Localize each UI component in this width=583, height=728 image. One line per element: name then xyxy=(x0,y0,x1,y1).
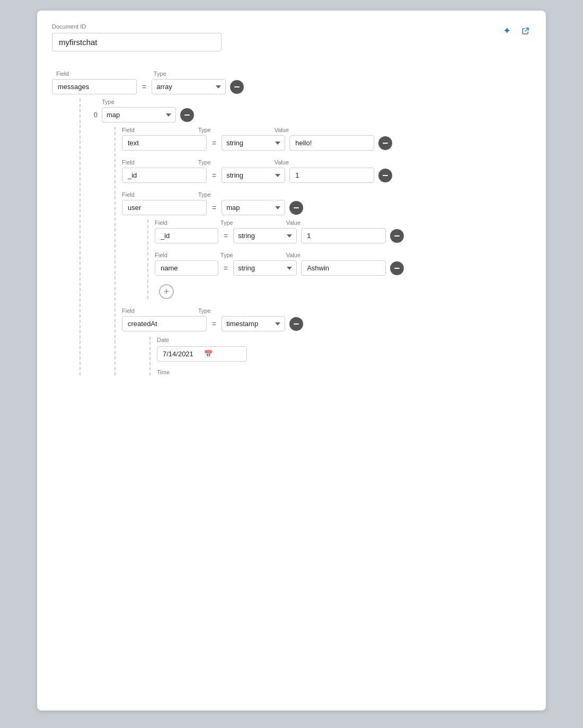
text-remove-button[interactable] xyxy=(378,136,392,150)
messages-type-select[interactable]: array string map number timestamp xyxy=(152,79,226,94)
user-remove-button[interactable] xyxy=(289,201,303,215)
user-name-remove-button[interactable] xyxy=(390,261,404,275)
createdAt-row: = timestamp string number map array xyxy=(122,316,531,331)
external-link-icon[interactable] xyxy=(518,23,533,38)
type-label-text: Type xyxy=(198,127,211,133)
user-name-type-select[interactable]: string number map array timestamp xyxy=(233,260,297,276)
type-col-label: Type xyxy=(154,71,166,77)
date-label: Date xyxy=(157,337,531,343)
messages-field-input[interactable] xyxy=(52,79,137,94)
timestamp-block: Date 7/14/2021 📅 Time xyxy=(149,337,531,375)
array-item-0-type-select[interactable]: map string number array timestamp xyxy=(102,107,176,122)
user-id-value-input[interactable] xyxy=(301,228,386,243)
text-row: = string number map array timestamp xyxy=(122,135,531,151)
user-map-add-button[interactable]: + xyxy=(159,284,174,299)
doc-id-label: Document ID xyxy=(52,23,531,30)
field-label-createdAt: Field xyxy=(122,308,135,314)
time-label: Time xyxy=(157,369,531,375)
user-id-type-select[interactable]: string number map array timestamp xyxy=(233,228,297,243)
id-row: = string number map array timestamp xyxy=(122,168,531,183)
user-map-fields: Field Type Value = string number m xyxy=(147,220,531,299)
createdAt-field-input[interactable] xyxy=(122,316,207,331)
type-col-label-nested: Type xyxy=(102,99,114,105)
createdAt-field-group: Field Type = timestamp string number map… xyxy=(122,308,531,375)
user-field-input[interactable] xyxy=(122,200,207,215)
text-field-input[interactable] xyxy=(122,135,207,151)
array-index-0: 0 xyxy=(87,111,98,119)
user-id-field-input[interactable] xyxy=(155,228,218,243)
map-fields-section: Field Type Value = string number map arr… xyxy=(114,127,531,375)
sparkle-icon[interactable]: ✦ xyxy=(499,23,514,38)
createdAt-type-select[interactable]: timestamp string number map array xyxy=(222,316,285,331)
messages-row: = array string map number timestamp xyxy=(52,79,531,94)
array-item-0-section: Type 0 map string number array timestamp xyxy=(80,99,531,375)
field-label-user-id: Field xyxy=(155,220,167,226)
text-type-select[interactable]: string number map array timestamp xyxy=(222,135,285,151)
user-name-row: = string number map array timestamp xyxy=(155,260,531,276)
calendar-icon[interactable]: 📅 xyxy=(204,350,241,358)
field-label-id: Field xyxy=(122,159,135,165)
field-label-text: Field xyxy=(122,127,135,133)
type-label-user: Type xyxy=(198,191,211,198)
document-editor-card: ✦ Document ID Field Type = array string … xyxy=(37,11,546,711)
field-col-label: Field xyxy=(56,71,69,77)
document-id-section: Document ID xyxy=(52,23,531,62)
messages-remove-button[interactable] xyxy=(230,80,244,94)
field-label-user-name: Field xyxy=(155,252,167,258)
text-field-group: Field Type Value = string number map arr… xyxy=(122,127,531,151)
id-type-select[interactable]: string number map array timestamp xyxy=(222,168,285,183)
text-value-input[interactable] xyxy=(289,135,374,151)
user-field-group: Field Type = map string number array tim… xyxy=(122,191,531,299)
value-label-text: Value xyxy=(275,127,289,133)
user-name-field-input[interactable] xyxy=(155,260,218,276)
createdAt-remove-button[interactable] xyxy=(289,317,303,331)
date-input-wrap[interactable]: 7/14/2021 📅 xyxy=(157,346,247,362)
array-item-0-remove-button[interactable] xyxy=(180,108,194,122)
type-label-createdAt: Type xyxy=(198,308,211,314)
id-field-group: Field Type Value = string number map arr… xyxy=(122,159,531,183)
field-label-user: Field xyxy=(122,191,135,198)
type-label-user-id: Type xyxy=(220,220,233,226)
array-item-0-row: 0 map string number array timestamp xyxy=(87,107,531,122)
value-label-user-name: Value xyxy=(286,252,301,258)
user-name-field-group: Field Type Value = string number m xyxy=(155,252,531,276)
user-type-select[interactable]: map string number array timestamp xyxy=(222,200,285,215)
date-value: 7/14/2021 xyxy=(163,350,200,358)
user-id-row: = string number map array timestamp xyxy=(155,228,531,243)
type-label-id: Type xyxy=(198,159,211,165)
user-id-remove-button[interactable] xyxy=(390,229,404,243)
id-remove-button[interactable] xyxy=(378,169,392,182)
value-label-id: Value xyxy=(275,159,289,165)
type-label-user-name: Type xyxy=(220,252,233,258)
value-label-user-id: Value xyxy=(286,220,301,226)
user-row: = map string number array timestamp xyxy=(122,200,531,215)
top-right-actions: ✦ xyxy=(499,23,533,38)
doc-id-input[interactable] xyxy=(52,33,222,51)
user-name-value-input[interactable] xyxy=(301,260,386,276)
equals-sign: = xyxy=(142,83,146,91)
id-value-input[interactable] xyxy=(289,168,374,183)
id-field-input[interactable] xyxy=(122,168,207,183)
messages-section: Field Type = array string map number tim… xyxy=(52,71,531,375)
user-id-field-group: Field Type Value = string number m xyxy=(155,220,531,243)
